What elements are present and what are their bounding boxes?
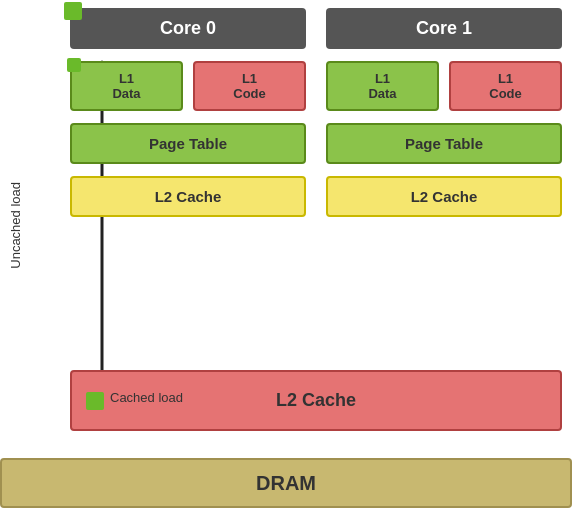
core0-l1-data-label: L1Data (112, 71, 140, 101)
core0-l2-cache: L2 Cache (70, 176, 306, 217)
core1-l1-data: L1Data (326, 61, 439, 111)
core0-label: Core 0 (160, 18, 216, 38)
core0-l1-data-dot (67, 58, 81, 72)
dram-bar: DRAM (0, 458, 572, 508)
core0-green-dot (64, 2, 82, 20)
core1-l2-cache: L2 Cache (326, 176, 562, 217)
uncached-label-container: Uncached load (0, 70, 30, 380)
dram-label: DRAM (256, 472, 316, 495)
core1-l1-row: L1Data L1Code (326, 61, 562, 111)
core1-l1-data-label: L1Data (368, 71, 396, 101)
core0-section: Core 0 L1Data L1Code Page Table L2 Cache (60, 0, 316, 430)
core0-l1-code-label: L1Code (233, 71, 266, 101)
core0-l1-code: L1Code (193, 61, 306, 111)
cores-area: Core 0 L1Data L1Code Page Table L2 Cache (60, 0, 572, 430)
shared-l2-dot (86, 392, 104, 410)
core0-header: Core 0 (70, 8, 306, 49)
core0-l1-row: L1Data L1Code (70, 61, 306, 111)
cached-label: Cached load (110, 390, 183, 405)
core0-l1-data: L1Data (70, 61, 183, 111)
uncached-label: Uncached load (8, 182, 23, 269)
core1-section: Core 1 L1Data L1Code Page Table L2 Cache (316, 0, 572, 430)
shared-l2-label: L2 Cache (276, 390, 356, 410)
core1-l1-code: L1Code (449, 61, 562, 111)
core0-page-table: Page Table (70, 123, 306, 164)
core1-l1-code-label: L1Code (489, 71, 522, 101)
core1-header: Core 1 (326, 8, 562, 49)
core1-label: Core 1 (416, 18, 472, 38)
main-container: Uncached load Core 0 L1Data L1Code (0, 0, 572, 508)
core1-page-table: Page Table (326, 123, 562, 164)
